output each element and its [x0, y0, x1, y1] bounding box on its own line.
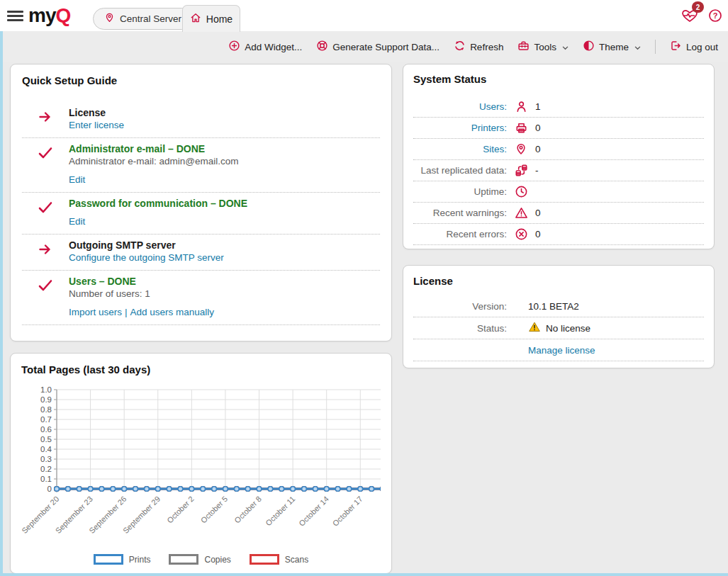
error-circle-icon [513, 227, 529, 241]
license-rows: Version: 10.1 BETA2 Status: No license M… [413, 295, 704, 361]
add-widget-button[interactable]: Add Widget... [228, 40, 302, 54]
setup-item-license: License Enter license [22, 102, 380, 138]
replication-icon [513, 164, 529, 177]
tab-home[interactable]: Home [182, 5, 240, 32]
logo-text-q: Q [55, 4, 70, 26]
configure-smtp-link[interactable]: Configure the outgoing SMTP server [69, 252, 224, 263]
sites-link[interactable]: Sites: [413, 144, 507, 154]
svg-text:October 11: October 11 [264, 495, 296, 527]
chevron-down-icon [634, 42, 641, 52]
license-panel: License Version: 10.1 BETA2 Status: No l… [403, 265, 715, 368]
version-label: Version: [413, 301, 507, 312]
status-value: - [535, 165, 539, 176]
legend-item-prints: Prints [94, 554, 151, 565]
topbar-right-icons: 2 ? [681, 0, 722, 31]
version-value: 10.1 BETA2 [528, 301, 579, 312]
location-pin-icon [104, 12, 115, 26]
svg-text:October 14: October 14 [297, 495, 330, 528]
help-icon[interactable]: ? [708, 9, 722, 23]
svg-text:0.4: 0.4 [40, 445, 52, 453]
system-health-icon[interactable]: 2 [681, 7, 698, 24]
add-widget-label: Add Widget... [245, 42, 302, 52]
toolbar-divider [655, 40, 656, 54]
legend-label: Copies [204, 555, 230, 565]
central-server-label: Central Server [120, 13, 181, 24]
page-edge-bottom [0, 573, 728, 576]
setup-item-users: Users – DONE Number of users: 1 Import u… [22, 271, 380, 325]
action-toolbar: Add Widget... Generate Support Data... R… [0, 31, 728, 62]
svg-text:October 5: October 5 [199, 495, 230, 525]
setup-items-list: License Enter license Administrator e-ma… [22, 102, 380, 325]
legend-item-copies: Copies [169, 554, 230, 565]
warning-triangle-icon [513, 206, 529, 220]
svg-text:0: 0 [47, 485, 52, 493]
import-users-link[interactable]: Import users [69, 307, 122, 317]
chart-canvas: 00.10.20.30.40.50.60.70.80.91.0September… [21, 381, 381, 550]
panel-title: Quick Setup Guide [22, 74, 380, 86]
license-version-row: Version: 10.1 BETA2 [413, 295, 704, 317]
logo-text-my: my [28, 4, 55, 26]
svg-text:0.8: 0.8 [40, 405, 52, 414]
setup-item-password: Password for communication – DONE Edit [22, 193, 380, 235]
edit-admin-email-link[interactable]: Edit [69, 174, 85, 185]
setup-item-smtp: Outgoing SMTP server Configure the outgo… [22, 235, 380, 271]
status-label: Recent errors: [413, 229, 507, 239]
menu-icon[interactable] [7, 11, 23, 21]
legend-item-scans: Scans [250, 554, 308, 565]
generate-support-label: Generate Support Data... [332, 42, 439, 52]
logout-label: Log out [686, 42, 718, 52]
toolbox-icon [517, 40, 530, 54]
home-tab-label: Home [206, 13, 233, 25]
total-pages-chart-panel: Total Pages (last 30 days) 00.10.20.30.4… [10, 353, 392, 574]
notification-badge: 2 [692, 1, 704, 13]
setup-item-subtitle: Administrator e-mail: admin@email.com [69, 155, 380, 168]
panel-title: System Status [413, 73, 704, 85]
users-link[interactable]: Users: [413, 101, 507, 112]
setup-item-title: Users – DONE [69, 275, 380, 288]
status-row-sites: Sites: 0 [413, 139, 704, 160]
check-icon [22, 197, 69, 228]
license-status-row: Status: No license [413, 317, 704, 339]
svg-text:0.3: 0.3 [40, 455, 52, 463]
status-row-printers: Printers: 0 [413, 118, 704, 139]
printer-icon [513, 121, 529, 135]
status-row-replication: Last replicated data: - [413, 160, 704, 181]
arrow-right-icon [22, 239, 69, 264]
add-users-manually-link[interactable]: Add users manually [130, 307, 215, 317]
status-row-uptime: Uptime: [413, 181, 704, 203]
status-label: Recent warnings: [413, 208, 507, 218]
refresh-icon [454, 40, 466, 54]
tools-button[interactable]: Tools [517, 40, 569, 54]
printers-link[interactable]: Printers: [413, 123, 507, 133]
panel-title: License [413, 275, 704, 287]
manage-license-link[interactable]: Manage license [528, 345, 595, 356]
svg-text:1.0: 1.0 [40, 385, 52, 394]
central-server-button[interactable]: Central Server [93, 8, 193, 30]
setup-item-title: Administrator e-mail – DONE [69, 142, 380, 155]
status-value: 1 [535, 101, 541, 112]
status-label: Uptime: [413, 186, 507, 197]
arrow-right-icon [22, 106, 69, 132]
refresh-label: Refresh [470, 42, 503, 52]
svg-text:October 17: October 17 [331, 495, 364, 528]
home-icon [190, 12, 201, 26]
chevron-down-icon [562, 42, 569, 52]
enter-license-link[interactable]: Enter license [69, 120, 124, 130]
myq-logo: myQ [28, 3, 70, 28]
generate-support-data-button[interactable]: Generate Support Data... [316, 40, 439, 54]
theme-button[interactable]: Theme [583, 40, 641, 54]
edit-password-link[interactable]: Edit [69, 216, 85, 227]
logout-button[interactable]: Log out [670, 40, 718, 54]
tools-label: Tools [534, 42, 556, 52]
svg-text:?: ? [713, 11, 718, 20]
status-label: Status: [413, 323, 507, 334]
total-pages-chart: 00.10.20.30.40.50.60.70.80.91.0September… [21, 381, 381, 553]
copies-swatch [169, 554, 198, 565]
svg-text:October 8: October 8 [233, 495, 263, 525]
map-pin-icon [513, 142, 529, 156]
legend-label: Scans [285, 555, 308, 565]
status-value: 0 [535, 208, 541, 218]
refresh-button[interactable]: Refresh [454, 40, 503, 54]
setup-item-title: Outgoing SMTP server [69, 239, 380, 252]
status-row-warnings: Recent warnings: 0 [413, 203, 704, 224]
